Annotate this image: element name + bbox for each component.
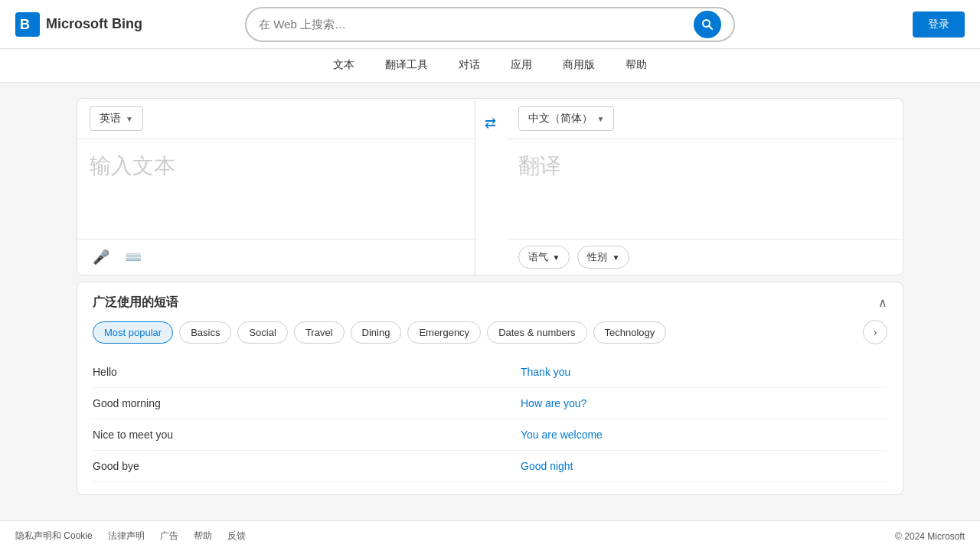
- search-button[interactable]: [694, 11, 721, 38]
- source-lang-label: 英语: [100, 112, 121, 126]
- tone-dropdown[interactable]: 语气 ▼: [518, 246, 570, 269]
- phrase-how-are-you[interactable]: How are you?: [490, 388, 887, 419]
- nav: 文本 翻译工具 对话 应用 商用版 帮助: [0, 49, 980, 83]
- header: B Microsoft Bing 登录: [0, 0, 980, 49]
- source-text-area: 输入文本: [77, 139, 475, 239]
- tab-social[interactable]: Social: [237, 321, 287, 344]
- phrases-tabs: Most popular Basics Social Travel Dining…: [93, 320, 887, 344]
- target-panel: 中文（简体） ▼ 翻译 语气 ▼ 性别 ▼: [506, 99, 903, 275]
- phrase-nice-to-meet-you[interactable]: Nice to meet you: [93, 419, 490, 451]
- footer-link-help[interactable]: 帮助: [194, 530, 212, 543]
- target-lang-label: 中文（简体）: [528, 112, 593, 126]
- tone-label: 语气: [528, 250, 548, 264]
- tab-technology[interactable]: Technology: [593, 321, 667, 344]
- tone-arrow-icon: ▼: [553, 253, 560, 262]
- main-content: 英语 ▼ 输入文本 🎤 ⌨️ ⇄ 中文（简体）: [0, 83, 980, 510]
- login-button[interactable]: 登录: [913, 11, 965, 37]
- tab-emergency[interactable]: Emergency: [407, 321, 481, 344]
- collapse-button[interactable]: ∧: [878, 295, 887, 310]
- microphone-button[interactable]: 🎤: [90, 246, 113, 269]
- gender-dropdown[interactable]: 性别 ▼: [577, 246, 629, 269]
- source-lang-selector: 英语 ▼: [77, 99, 475, 139]
- svg-line-3: [709, 26, 712, 29]
- source-tools: 🎤 ⌨️: [77, 239, 475, 275]
- search-icon: [701, 18, 714, 31]
- source-panel: 英语 ▼ 输入文本 🎤 ⌨️: [77, 99, 475, 275]
- footer-link-feedback[interactable]: 反馈: [227, 530, 246, 543]
- tab-dining[interactable]: Dining: [351, 321, 402, 344]
- footer-link-legal[interactable]: 法律声明: [108, 530, 145, 543]
- gender-label: 性别: [587, 250, 607, 264]
- phrases-header: 广泛使用的短语 ∧: [93, 295, 887, 311]
- header-right: 登录: [812, 11, 965, 37]
- nav-item-help[interactable]: 帮助: [622, 49, 650, 83]
- logo-area: B Microsoft Bing: [15, 12, 168, 37]
- footer: 隐私声明和 Cookie 法律声明 广告 帮助 反馈 © 2024 Micros…: [0, 520, 980, 551]
- phrases-title: 广泛使用的短语: [93, 295, 178, 311]
- nav-item-translate[interactable]: 翻译工具: [382, 49, 431, 83]
- tab-travel[interactable]: Travel: [294, 321, 345, 344]
- target-lang-dropdown[interactable]: 中文（简体） ▼: [518, 106, 615, 131]
- phrase-hello[interactable]: Hello: [93, 357, 490, 388]
- target-lang-arrow-icon: ▼: [597, 115, 605, 123]
- search-bar-container: [168, 7, 812, 42]
- phrase-good-night[interactable]: Good night: [490, 451, 887, 482]
- search-bar: [245, 7, 735, 42]
- phrase-good-morning[interactable]: Good morning: [93, 388, 490, 419]
- phrase-thank-you[interactable]: Thank you: [490, 357, 887, 388]
- target-tools: 语气 ▼ 性别 ▼: [506, 239, 903, 275]
- nav-item-apps[interactable]: 应用: [508, 49, 535, 83]
- phrase-you-are-welcome[interactable]: You are welcome: [490, 419, 887, 451]
- keyboard-button[interactable]: ⌨️: [122, 246, 145, 269]
- svg-text:B: B: [20, 17, 30, 32]
- phrases-section: 广泛使用的短语 ∧ Most popular Basics Social Tra…: [77, 282, 903, 495]
- tab-most-popular[interactable]: Most popular: [93, 321, 173, 344]
- footer-link-privacy[interactable]: 隐私声明和 Cookie: [15, 530, 93, 543]
- nav-item-conversation[interactable]: 对话: [456, 49, 483, 83]
- source-placeholder: 输入文本: [90, 154, 175, 178]
- search-input[interactable]: [259, 18, 688, 31]
- footer-link-ads[interactable]: 广告: [160, 530, 178, 543]
- swap-languages-button[interactable]: ⇄: [475, 108, 506, 139]
- tab-basics[interactable]: Basics: [179, 321, 231, 344]
- target-text-area: 翻译: [506, 139, 903, 239]
- gender-arrow-icon: ▼: [612, 253, 619, 262]
- footer-copyright: © 2024 Microsoft: [895, 531, 965, 542]
- phrases-list: Hello Thank you Good morning How are you…: [93, 357, 887, 482]
- translator: 英语 ▼ 输入文本 🎤 ⌨️ ⇄ 中文（简体）: [77, 98, 903, 276]
- translation-placeholder: 翻译: [518, 154, 561, 178]
- phrase-good-bye[interactable]: Good bye: [93, 451, 490, 482]
- logo-text: Microsoft Bing: [46, 16, 142, 32]
- source-lang-arrow-icon: ▼: [126, 115, 133, 123]
- tab-dates-numbers[interactable]: Dates & numbers: [487, 321, 586, 344]
- tabs-next-button[interactable]: ›: [863, 320, 887, 344]
- nav-item-text[interactable]: 文本: [330, 49, 358, 83]
- bing-logo-icon: B: [15, 12, 40, 37]
- translator-top: 英语 ▼ 输入文本 🎤 ⌨️ ⇄ 中文（简体）: [77, 99, 903, 275]
- source-lang-dropdown[interactable]: 英语 ▼: [90, 106, 143, 131]
- nav-item-enterprise[interactable]: 商用版: [560, 49, 598, 83]
- target-lang-selector: 中文（简体） ▼: [506, 99, 903, 139]
